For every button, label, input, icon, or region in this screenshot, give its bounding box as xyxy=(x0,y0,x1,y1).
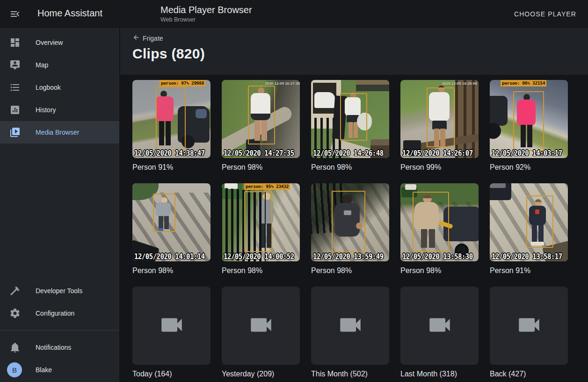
clip-timestamp: 12/05/2020 13:58:17 xyxy=(492,252,562,260)
detection-bounding-box xyxy=(153,194,175,232)
clip-label: Person 91% xyxy=(132,162,211,172)
clip-timestamp: 12/05/2020 14:38:47 xyxy=(134,149,205,157)
hammer-icon xyxy=(9,285,21,296)
video-camera-icon xyxy=(158,311,185,340)
folder-tile-last-month[interactable]: Last Month (318) xyxy=(400,287,479,379)
clip-thumbnail: 2020-12-05 16:26:06 12/05/2020 14:26:07 xyxy=(400,80,479,158)
folder-tile-yesterday[interactable]: Yesterday (209) xyxy=(222,287,300,379)
clip-timestamp: 12/05/2020 14:26:48 xyxy=(313,149,384,157)
sidebar-item-label: Notifications xyxy=(36,344,71,351)
folder-label: This Month (502) xyxy=(311,369,389,379)
folder-label: Last Month (318) xyxy=(400,369,479,379)
sidebar-toggle-button[interactable] xyxy=(5,4,25,24)
detection-bounding-box xyxy=(248,86,275,144)
clip-thumbnail: 12/05/2020 13:58:30 xyxy=(400,183,479,261)
detection-bounding-box xyxy=(526,195,553,248)
folder-label: Back (427) xyxy=(490,369,568,379)
breadcrumb-back[interactable]: Frigate xyxy=(132,34,163,43)
car-shape xyxy=(314,92,335,108)
clip-tile[interactable]: 2020-12-05 16:27:35 12/05/2020 14:27:35 … xyxy=(222,80,300,172)
back-fence-shape xyxy=(356,80,389,91)
sidebar-item-label: Map xyxy=(36,61,48,69)
view-dashboard-icon xyxy=(9,37,21,48)
clip-label: Person 98% xyxy=(222,266,300,275)
sidebar-item-logbook[interactable]: Logbook xyxy=(0,76,119,99)
video-camera-icon xyxy=(426,311,453,340)
clip-thumbnail: 2020-12-05 16:27:35 12/05/2020 14:27:35 xyxy=(222,80,300,158)
sidebar-item-profile[interactable]: B Blake xyxy=(0,359,119,381)
clip-tile[interactable]: 12/05/2020 13:58:30 Person 98% xyxy=(400,183,479,275)
play-box-multiple-icon xyxy=(9,127,21,138)
clip-tile[interactable]: person: 97% 29988 12/05/2020 14:38:47 Pe… xyxy=(132,80,211,172)
sidebar-item-overview[interactable]: Overview xyxy=(0,31,119,54)
clip-thumbnail: 12/05/2020 14:26:48 xyxy=(311,80,389,158)
sidebar-divider xyxy=(0,330,119,331)
clip-timestamp: 12/05/2020 14:27:35 xyxy=(224,149,294,157)
folder-tile-today[interactable]: Today (164) xyxy=(132,287,211,379)
clips-grid: person: 97% 29988 12/05/2020 14:38:47 Pe… xyxy=(120,75,588,379)
top-app-bar: Home Assistant Media Player Browser Web … xyxy=(0,0,588,28)
clip-tile[interactable]: 12/05/2020 13:58:17 Person 91% xyxy=(490,183,568,275)
clip-tile[interactable]: 12/05/2020 13:59:49 Person 98% xyxy=(311,183,389,275)
sidebar-item-history[interactable]: History xyxy=(0,99,119,121)
detection-chip: person: 97% 29988 xyxy=(160,80,205,86)
home-assistant-app: Home Assistant Media Player Browser Web … xyxy=(0,0,588,382)
clip-timestamp: 12/05/2020 13:59:49 xyxy=(313,252,384,260)
clip-label: Person 99% xyxy=(400,162,479,172)
sidebar-item-notifications[interactable]: Notifications xyxy=(0,336,119,359)
detection-bounding-box xyxy=(513,91,544,151)
folder-thumbnail xyxy=(400,287,479,365)
folder-tile-this-month[interactable]: This Month (502) xyxy=(311,287,389,379)
clip-tile[interactable]: 12/05/2020 14:01:14 Person 98% xyxy=(132,183,211,275)
clip-thumbnail: person: 95% 23432 12/05/2020 14:00:52 xyxy=(222,183,300,261)
sidebar-main-nav: Overview Map Logbook History Media Brows… xyxy=(0,28,119,144)
clip-thumbnail: person: 97% 29988 12/05/2020 14:38:47 xyxy=(132,80,211,158)
sidebar-item-label: Configuration xyxy=(36,310,74,317)
detection-bounding-box xyxy=(427,87,455,147)
clip-label: Person 98% xyxy=(311,266,389,275)
folder-thumbnail xyxy=(222,287,300,365)
choose-player-button[interactable]: CHOOSE PLAYER xyxy=(510,7,580,22)
porch-railing-shape xyxy=(455,80,479,158)
shoes-shape xyxy=(405,184,416,190)
folder-thumbnail xyxy=(132,287,211,365)
sidebar-item-label: History xyxy=(36,106,56,114)
clip-timestamp: 12/05/2020 14:03:17 xyxy=(492,149,562,157)
clip-timestamp: 12/05/2020 13:58:30 xyxy=(402,252,473,260)
camera-osd-timestamp: 2020-12-05 16:27:35 xyxy=(265,81,300,86)
clip-timestamp: 12/05/2020 14:26:07 xyxy=(402,149,473,157)
camera-osd-timestamp: 2020-12-05 16:26:06 xyxy=(442,81,477,86)
clip-thumbnail: person: 96% 32154 12/05/2020 14:03:17 xyxy=(490,80,568,158)
folder-label: Today (164) xyxy=(132,369,211,379)
folder-label: Yesterday (209) xyxy=(222,369,300,379)
detection-bounding-box xyxy=(332,191,365,252)
chart-box-icon xyxy=(9,104,21,115)
sidebar-item-map[interactable]: Map xyxy=(0,54,119,76)
dark-object-top-shape xyxy=(490,183,506,188)
folder-tile-back[interactable]: Back (427) xyxy=(490,287,568,379)
panel-header: Media Player Browser Web Browser xyxy=(160,4,252,23)
clip-thumbnail: 12/05/2020 13:59:49 xyxy=(311,183,389,261)
sidebar-item-developer-tools[interactable]: Developer Tools xyxy=(0,280,119,302)
sidebar-item-label: Developer Tools xyxy=(36,287,82,295)
clip-tile[interactable]: 2020-12-05 16:26:06 12/05/2020 14:26:07 … xyxy=(400,80,479,172)
video-camera-icon xyxy=(515,311,543,340)
map-account-icon xyxy=(9,59,21,71)
user-avatar: B xyxy=(7,362,22,377)
clip-tile[interactable]: person: 95% 23432 12/05/2020 14:00:52 Pe… xyxy=(222,183,300,275)
sidebar-item-media-browser[interactable]: Media Browser xyxy=(0,121,119,144)
folder-thumbnail xyxy=(490,287,568,365)
detection-bounding-box xyxy=(156,87,186,151)
panel-title: Media Player Browser xyxy=(160,4,252,15)
sidebar-item-configuration[interactable]: Configuration xyxy=(0,302,119,324)
folder-thumbnail xyxy=(311,287,389,365)
clip-thumbnail: 12/05/2020 14:01:14 xyxy=(132,183,211,261)
clip-thumbnail: 12/05/2020 13:58:17 xyxy=(490,183,568,261)
stroller-shape xyxy=(490,96,508,126)
clip-timestamp: 12/05/2020 14:01:14 xyxy=(134,252,205,260)
clip-tile[interactable]: 12/05/2020 14:26:48 Person 98% xyxy=(311,80,389,172)
clip-tile[interactable]: person: 96% 32154 12/05/2020 14:03:17 Pe… xyxy=(490,80,568,172)
panel-subtitle: Web Browser xyxy=(160,16,252,23)
media-browser-header: Frigate Clips (820) xyxy=(120,28,588,75)
clip-label: Person 98% xyxy=(222,162,300,172)
